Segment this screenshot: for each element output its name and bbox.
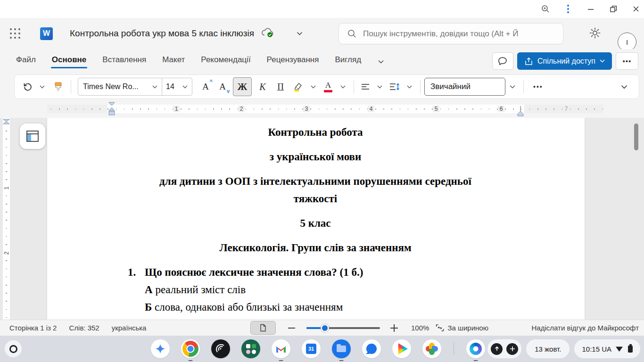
fit-width-control[interactable]: За шириною — [436, 324, 488, 332]
kebab-menu-icon[interactable] — [563, 4, 573, 14]
app-header: W Контрольна робота укр мова 5 клас інкл… — [0, 18, 644, 49]
top-margin-marker[interactable] — [3, 119, 10, 124]
account-avatar[interactable]: I — [618, 33, 636, 51]
app-launcher-waffle-icon[interactable] — [10, 28, 20, 39]
minimize-icon[interactable] — [586, 4, 596, 14]
title-chevron-down-icon[interactable] — [297, 29, 303, 38]
line-spacing-chevron-down-icon[interactable] — [403, 78, 416, 96]
settings-gear-icon[interactable] — [588, 26, 602, 40]
zoom-percent[interactable]: 100% — [411, 324, 429, 332]
screen: W Контрольна робота укр мова 5 клас інкл… — [0, 0, 644, 362]
toolbar-more-button[interactable]: ••• — [528, 78, 549, 96]
zoom-out-icon[interactable] — [288, 327, 295, 329]
restore-icon[interactable] — [608, 4, 619, 14]
vertical-scrollbar[interactable] — [634, 123, 638, 150]
page-view-button[interactable] — [250, 321, 276, 335]
right-indent-marker[interactable] — [517, 106, 524, 118]
tab-view[interactable]: Вигляд — [334, 52, 362, 69]
format-painter-icon[interactable] — [49, 78, 67, 96]
tray-notifications[interactable] — [487, 339, 521, 358]
os-shelf: 31 13 жовт. 10:15 UA — [0, 336, 644, 362]
font-name-select[interactable]: Times New Ro... — [78, 82, 148, 91]
tab-file[interactable]: Файл — [15, 52, 37, 69]
document-title[interactable]: Контрольна робота укр мова 5 клас інклюз… — [70, 28, 254, 39]
share-chevron-down-icon — [600, 59, 605, 63]
tray-status-area[interactable]: 10:15 UA — [574, 339, 640, 358]
photos-app-icon[interactable] — [422, 339, 441, 358]
share-button[interactable]: Спільний доступ — [517, 52, 612, 70]
font-size-chevron-down-icon[interactable] — [178, 78, 192, 96]
green-shapes-app-icon[interactable] — [241, 339, 260, 358]
font-color-chevron-down-icon[interactable] — [336, 78, 350, 96]
wifi-arcs-app-icon[interactable] — [211, 339, 230, 358]
search-bar[interactable] — [339, 23, 563, 44]
doc-heading: тяжкості — [107, 190, 523, 207]
undo-icon[interactable] — [19, 78, 35, 96]
formatting-toolbar: Times New Ro... 14 А^ Аv Ж К П — [14, 74, 639, 99]
shrink-font-button[interactable]: Аv — [214, 78, 231, 96]
calendar-app-icon[interactable]: 31 — [302, 339, 321, 358]
word-logo[interactable]: W — [40, 27, 53, 40]
cloud-saved-icon[interactable] — [261, 27, 274, 40]
tab-layout[interactable]: Макет — [161, 52, 186, 69]
play-store-app-icon[interactable] — [392, 339, 411, 358]
ribbon-more-button[interactable]: ••• — [616, 52, 638, 70]
tab-review[interactable]: Рецензування — [266, 52, 320, 69]
align-icon[interactable] — [358, 78, 373, 96]
grow-font-button[interactable]: А^ — [197, 78, 214, 96]
tabs-chevron-down-icon[interactable] — [378, 56, 384, 66]
doc-heading: з української мови — [107, 148, 523, 165]
toolbar-row: Times New Ro... 14 А^ Аv Ж К П — [0, 73, 644, 101]
chrome-app-icon[interactable] — [181, 339, 200, 358]
wifi-icon — [616, 346, 623, 352]
tray-date[interactable]: 13 жовт. — [526, 339, 570, 358]
font-color-button[interactable]: А — [320, 78, 336, 96]
launcher-button[interactable] — [5, 340, 22, 357]
italic-button[interactable]: К — [254, 78, 272, 96]
send-feedback-link[interactable]: Надіслати відгук до Майкрософт — [532, 320, 639, 336]
page-count-status[interactable]: Сторінка 1 із 2 — [9, 324, 57, 332]
share-icon — [524, 57, 533, 66]
gmail-app-icon[interactable] — [272, 339, 290, 358]
close-icon[interactable] — [631, 4, 641, 14]
tab-home[interactable]: Основне — [51, 52, 88, 69]
bold-button[interactable]: Ж — [233, 77, 252, 96]
language-status[interactable]: українська — [112, 324, 147, 332]
vertical-ruler[interactable]: 1 2 — [3, 118, 10, 320]
word-count-status[interactable]: Слів: 352 — [69, 324, 99, 332]
horizontal-ruler[interactable]: 1 2 3 4 5 6 7 — [47, 105, 603, 113]
search-input[interactable] — [363, 29, 552, 39]
collapse-ribbon-chevron-icon[interactable] — [621, 82, 634, 91]
messages-app-icon[interactable] — [362, 339, 381, 358]
font-name-chevron-down-icon[interactable] — [148, 78, 162, 96]
highlighter-icon[interactable] — [289, 78, 306, 96]
undo-chevron-down-icon[interactable] — [35, 78, 49, 96]
align-chevron-down-icon[interactable] — [373, 78, 387, 96]
zoom-page-icon[interactable] — [540, 4, 551, 14]
tab-insert[interactable]: Вставлення — [101, 52, 147, 69]
zoom-in-plus-icon[interactable] — [390, 324, 398, 332]
zoom-slider[interactable] — [306, 327, 380, 329]
tab-recommendations[interactable]: Рекомендації — [200, 52, 251, 69]
style-chevron-down-icon[interactable] — [505, 78, 520, 96]
highlighter-chevron-down-icon[interactable] — [306, 78, 320, 96]
doc-heading: Контрольна робота — [107, 123, 523, 141]
left-indent-marker[interactable] — [108, 102, 115, 116]
navigation-pane-toggle-button[interactable] — [20, 123, 45, 149]
document-content: Контрольна робота з української мови для… — [47, 118, 585, 316]
document-canvas: 1 2 Контрольна робота з української мови… — [0, 118, 644, 320]
font-size-select[interactable]: 14 — [162, 82, 178, 91]
gemini-app-icon[interactable] — [151, 339, 170, 358]
underline-button[interactable]: П — [272, 78, 289, 96]
style-select[interactable]: Звичайний — [424, 78, 505, 96]
font-controls: Times New Ro... 14 — [78, 78, 192, 96]
zoom-slider-thumb[interactable] — [321, 324, 329, 332]
question-text: Що пояснює лексичне значення слова? (1 б… — [145, 263, 363, 281]
comments-button[interactable] — [492, 52, 513, 70]
document-page[interactable]: Контрольна робота з української мови для… — [47, 118, 585, 320]
files-app-icon[interactable] — [332, 339, 351, 358]
line-spacing-icon[interactable] — [387, 78, 403, 96]
font-color-swatch — [324, 90, 332, 92]
doc-heading: 5 клас — [107, 214, 523, 232]
m365-copilot-app-icon[interactable] — [466, 339, 485, 358]
